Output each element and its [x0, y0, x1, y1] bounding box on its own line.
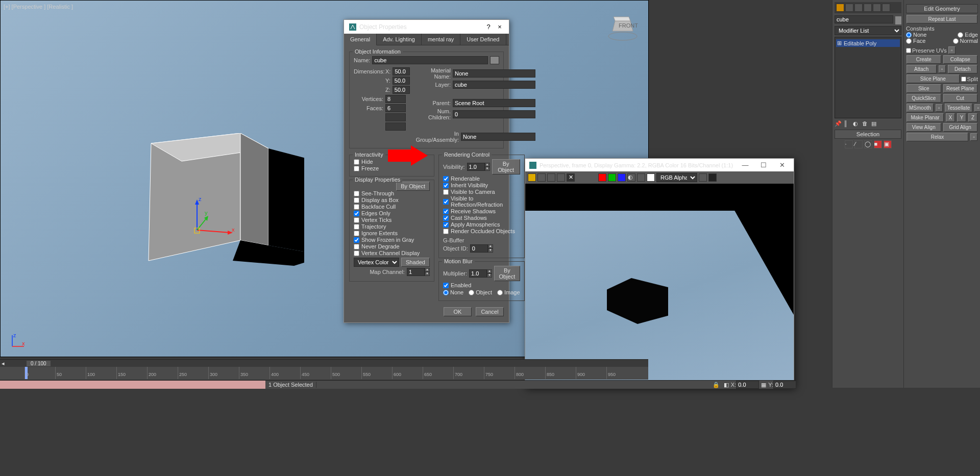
edit-geometry-header[interactable]: Edit Geometry [906, 4, 978, 13]
blue-channel-icon[interactable] [618, 173, 626, 182]
clear-icon[interactable]: ✕ [567, 173, 575, 182]
render-receive-shadows-checkbox[interactable]: Receive Shadows [443, 208, 520, 214]
timeline[interactable]: ◂0 / 100 0501001502002503003504004505005… [0, 359, 648, 380]
spinner-down[interactable]: ▼ [485, 167, 490, 171]
msmooth-settings[interactable]: ▫ [936, 104, 943, 112]
copy-image-icon[interactable] [537, 173, 546, 182]
spinner-up[interactable]: ▲ [425, 268, 430, 272]
render-visible-to-camera-checkbox[interactable]: Visible to Camera [443, 189, 520, 195]
display-see-through-checkbox[interactable]: See-Through [354, 190, 430, 196]
close-button[interactable]: × [496, 23, 504, 31]
detach-button[interactable]: Detach [948, 65, 978, 73]
slice-plane-button[interactable]: Slice Plane [906, 74, 960, 83]
motion-object-radio[interactable]: Object [469, 289, 492, 295]
green-channel-icon[interactable] [608, 173, 616, 182]
spinner-down[interactable]: ▼ [425, 272, 430, 276]
timeline-prev-icon[interactable]: ◂ [0, 360, 6, 367]
tab-hierarchy-icon[interactable] [854, 4, 863, 12]
planar-z-button[interactable]: Z [968, 113, 977, 122]
timeline-ruler[interactable]: 0501001502002503003504004505005506006507… [0, 367, 648, 379]
motion-enabled-checkbox[interactable]: Enabled [443, 282, 520, 288]
spinner-down[interactable]: ▼ [487, 273, 492, 278]
constraint-normal-radio[interactable]: Normal [953, 38, 978, 44]
msmooth-button[interactable]: MSmooth [906, 104, 934, 112]
red-channel-icon[interactable] [598, 173, 606, 182]
polygon-subobj-icon[interactable]: ■ [874, 140, 882, 148]
selection-rollout-header[interactable]: Selection [835, 130, 901, 139]
status-y-input[interactable] [773, 381, 796, 389]
viewcube[interactable]: FRONT [607, 11, 638, 41]
render-renderable-checkbox[interactable]: Renderable [443, 176, 520, 182]
cut-button[interactable]: Cut [943, 94, 978, 103]
display-never-degrade-checkbox[interactable]: Never Degrade [354, 243, 430, 249]
spinner-up[interactable]: ▲ [488, 244, 493, 248]
border-subobj-icon[interactable]: ◯ [864, 140, 872, 148]
name-input[interactable] [372, 56, 488, 64]
view-align-button[interactable]: View Align [906, 123, 941, 132]
relax-settings[interactable]: ▫ [970, 133, 977, 141]
tab-utilities-icon[interactable] [882, 4, 890, 12]
create-button[interactable]: Create [906, 55, 941, 64]
status-prompt-area[interactable] [0, 381, 265, 389]
motion-none-radio[interactable]: None [443, 289, 463, 295]
channel-select[interactable]: RGB Alpha [656, 173, 697, 182]
map-channel-input[interactable] [407, 268, 425, 276]
planar-x-button[interactable]: X [946, 113, 955, 122]
render-visible-to-reflection-refraction-checkbox[interactable]: Visible to Reflection/Refraction [443, 195, 520, 208]
display-trajectory-checkbox[interactable]: Trajectory [354, 223, 430, 230]
element-subobj-icon[interactable]: ▣ [884, 140, 892, 148]
tessellate-button[interactable]: Tessellate [945, 104, 972, 112]
save-image-icon[interactable] [528, 173, 536, 182]
viewport-label[interactable]: [+] [Perspective ] [Realistic ] [4, 4, 73, 10]
constraint-none-radio[interactable]: None [906, 32, 926, 38]
modifier-list-select[interactable]: Modifier List [835, 26, 901, 35]
mono-channel-icon[interactable] [637, 173, 645, 182]
vertex-color-select[interactable]: Vertex Color [354, 258, 399, 267]
swatch-icon[interactable] [647, 173, 655, 182]
show-end-result-icon[interactable]: ║ [844, 120, 851, 128]
tab-general[interactable]: General [344, 34, 377, 45]
display-by-object-button[interactable]: By Object [396, 182, 430, 191]
status-x-input[interactable] [736, 381, 759, 389]
tab-user-defined[interactable]: User Defined [460, 34, 506, 45]
close-button[interactable]: ✕ [774, 161, 790, 169]
tab-create-icon[interactable] [836, 4, 844, 12]
display-vertex-ticks-checkbox[interactable]: Vertex Ticks [354, 217, 430, 223]
help-button[interactable]: ? [484, 23, 493, 31]
render-inherit-visibility-checkbox[interactable]: Inherit Visibility [443, 182, 520, 188]
color-swatch[interactable] [490, 56, 499, 64]
render-canvas[interactable] [525, 184, 794, 385]
motion-by-object-button[interactable]: By Object [494, 266, 520, 281]
split-checkbox[interactable] [961, 77, 966, 82]
freeze-checkbox[interactable]: Freeze [354, 165, 430, 171]
tab-display-icon[interactable] [873, 4, 881, 12]
render-by-object-button[interactable]: By Object [492, 159, 520, 174]
tab-motion-icon[interactable] [864, 4, 872, 12]
attach-list-button[interactable]: ▫ [939, 65, 946, 73]
configure-icon[interactable]: ▤ [871, 120, 878, 128]
cancel-button[interactable]: Cancel [476, 307, 504, 316]
print-icon[interactable] [557, 173, 565, 182]
constraint-face-radio[interactable]: Face [906, 38, 925, 44]
expand-icon[interactable]: ⊞ [837, 40, 842, 46]
display-backface-cull-checkbox[interactable]: Backface Cull [354, 204, 430, 210]
relax-button[interactable]: Relax [906, 133, 968, 141]
edge-subobj-icon[interactable]: ∕ [854, 140, 863, 148]
quickslice-button[interactable]: QuickSlice [906, 94, 941, 103]
grid-align-button[interactable]: Grid Align [943, 123, 978, 132]
overlay-icon[interactable] [699, 173, 707, 182]
constraint-edge-radio[interactable]: Edge [958, 32, 978, 38]
make-planar-button[interactable]: Make Planar [906, 113, 944, 122]
modifier-stack[interactable]: ⊞Editable Poly [835, 37, 901, 118]
spinner-up[interactable]: ▲ [487, 269, 492, 273]
toggle-icon[interactable] [708, 173, 717, 182]
pin-stack-icon[interactable]: 📌 [835, 120, 842, 128]
render-cast-shadows-checkbox[interactable]: Cast Shadows [443, 215, 520, 221]
tab-adv-lighting[interactable]: Adv. Lighting [377, 34, 422, 45]
display-ignore-extents-checkbox[interactable]: Ignore Extents [354, 230, 430, 236]
scene-cube[interactable]: z x y [141, 133, 304, 276]
slice-button[interactable]: Slice [906, 84, 941, 93]
motion-image-radio[interactable]: Image [497, 289, 520, 295]
display-edges-only-checkbox[interactable]: Edges Only [354, 210, 430, 216]
dialog-titlebar[interactable]: Object Properties ? × [344, 20, 509, 34]
